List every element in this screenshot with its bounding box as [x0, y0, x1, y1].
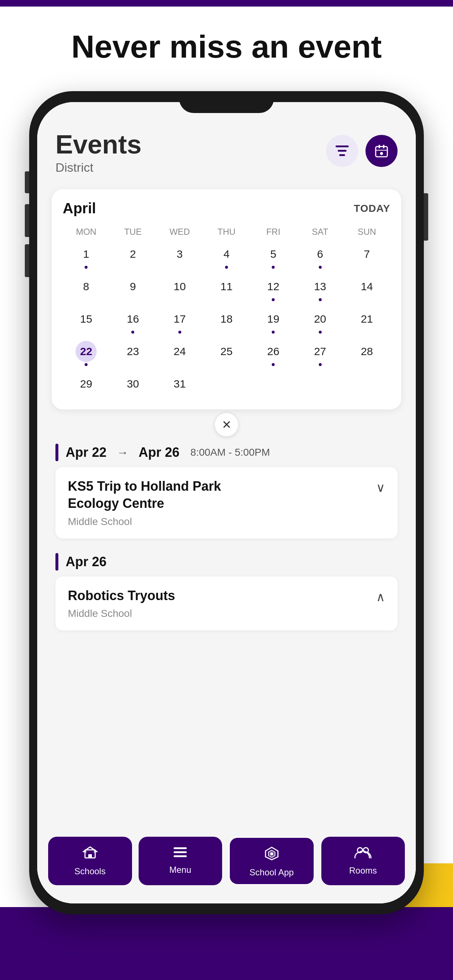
calendar-day[interactable]: 25	[203, 337, 250, 370]
calendar-day[interactable]: 11	[203, 272, 250, 305]
calendar-day[interactable]: 18	[203, 305, 250, 337]
calendar-day-dot	[319, 266, 322, 269]
phone-button-vol-up	[25, 204, 29, 237]
event-chevron[interactable]: ∨	[376, 480, 385, 495]
calendar-day[interactable]: 17	[156, 305, 203, 337]
calendar-day[interactable]: 15	[63, 305, 109, 337]
nav-btn-schools[interactable]: Schools	[48, 837, 132, 885]
nav-btn-rooms[interactable]: Rooms	[321, 837, 405, 885]
top-status-bar	[0, 0, 453, 6]
calendar-day-dot	[365, 266, 368, 269]
cal-header-sat: SAT	[297, 224, 343, 240]
calendar-day-dot	[179, 298, 181, 301]
calendar-day[interactable]: 9	[109, 272, 156, 305]
phone-notch	[179, 91, 274, 113]
nav-icon-menu	[173, 845, 187, 861]
event-chevron[interactable]: ∧	[376, 590, 385, 604]
calendar-day[interactable]: 24	[156, 337, 203, 370]
calendar-day[interactable]: 22	[63, 337, 109, 370]
calendar-day[interactable]: 21	[344, 305, 390, 337]
calendar-day-dot	[272, 331, 274, 334]
calendar-day[interactable]: 28	[344, 337, 390, 370]
svg-rect-12	[174, 847, 187, 849]
calendar-day-number: 17	[169, 309, 190, 329]
svg-rect-2	[339, 154, 345, 156]
calendar-day-number: 29	[75, 373, 97, 395]
event-card-title: Robotics Tryouts	[68, 587, 175, 605]
svg-rect-9	[88, 854, 92, 858]
calendar-day[interactable]	[297, 370, 343, 402]
calendar-toggle-button[interactable]	[365, 135, 397, 167]
event-card-title: KS5 Trip to Holland Park Ecology Centre	[68, 478, 257, 512]
calendar-day-dot	[85, 331, 88, 334]
calendar-week-row: 891011121314	[63, 272, 390, 305]
calendar-day-dot	[225, 266, 228, 269]
calendar-day[interactable]: 2	[109, 240, 156, 272]
calendar-day[interactable]: 30	[109, 370, 156, 402]
calendar-day-dot	[131, 298, 134, 301]
calendar-day-dot	[225, 396, 228, 398]
calendar-day[interactable]: 26	[250, 337, 297, 370]
calendar-day[interactable]: 7	[344, 240, 390, 272]
nav-btn-menu[interactable]: Menu	[139, 837, 222, 885]
calendar-day[interactable]	[344, 370, 390, 402]
calendar-day-number: 7	[356, 243, 378, 265]
calendar-today-button[interactable]: TODAY	[354, 203, 390, 215]
events-list: Apr 22→Apr 268:00AM - 5:00PMKS5 Trip to …	[37, 444, 416, 630]
calendar-card: April TODAY MON TUE WED THU FRI SAT SUN …	[52, 189, 401, 409]
calendar-day[interactable]: 14	[344, 272, 390, 305]
event-card-content: KS5 Trip to Holland Park Ecology CentreM…	[68, 478, 257, 528]
cal-header-fri: FRI	[250, 224, 297, 240]
calendar-day[interactable]: 27	[297, 337, 343, 370]
phone-button-vol-down	[25, 244, 29, 277]
calendar-day-dot	[179, 331, 181, 334]
calendar-day-number	[309, 373, 331, 395]
svg-rect-1	[338, 150, 346, 152]
event-time: 8:00AM - 5:00PM	[190, 447, 270, 458]
calendar-day-number: 26	[263, 341, 284, 362]
calendar-day[interactable]: 3	[156, 240, 203, 272]
calendar-day[interactable]: 12	[250, 272, 297, 305]
event-card[interactable]: KS5 Trip to Holland Park Ecology CentreM…	[56, 467, 397, 538]
cal-header-wed: WED	[156, 224, 203, 240]
nav-icon-school-app	[264, 846, 279, 864]
calendar-day[interactable]: 4	[203, 240, 250, 272]
calendar-day[interactable]	[203, 370, 250, 402]
calendar-day[interactable]: 5	[250, 240, 297, 272]
event-card[interactable]: Robotics TryoutsMiddle School∧	[56, 576, 397, 631]
calendar-day[interactable]: 29	[63, 370, 109, 402]
calendar-day[interactable]	[250, 370, 297, 402]
calendar-day-number: 20	[309, 309, 331, 329]
svg-rect-10	[84, 851, 86, 853]
calendar-day-dot	[131, 396, 134, 398]
bottom-decoration	[0, 907, 453, 980]
filter-button[interactable]	[326, 135, 358, 167]
calendar-day[interactable]: 1	[63, 240, 109, 272]
calendar-day[interactable]: 8	[63, 272, 109, 305]
calendar-day[interactable]: 16	[109, 305, 156, 337]
event-date-start: Apr 22	[65, 445, 107, 460]
calendar-day-number: 12	[263, 276, 284, 297]
calendar-day[interactable]: 23	[109, 337, 156, 370]
nav-btn-school-app[interactable]: School App	[229, 837, 315, 885]
close-calendar-button[interactable]: ✕	[215, 413, 238, 436]
calendar-day-dot	[131, 331, 134, 334]
calendar-day-dot	[85, 298, 88, 301]
calendar-day-number: 25	[216, 341, 237, 362]
calendar-day[interactable]: 31	[156, 370, 203, 402]
calendar-day[interactable]: 13	[297, 272, 343, 305]
calendar-day[interactable]: 20	[297, 305, 343, 337]
calendar-day[interactable]: 10	[156, 272, 203, 305]
calendar-day-number: 1	[75, 243, 97, 265]
calendar-day-number	[263, 373, 284, 395]
calendar-day[interactable]: 6	[297, 240, 343, 272]
calendar-day[interactable]: 19	[250, 305, 297, 337]
calendar-day-number: 24	[169, 341, 190, 362]
calendar-day-dot	[319, 298, 322, 301]
calendar-day-number: 8	[75, 276, 97, 297]
calendar-day-number: 14	[356, 276, 378, 297]
events-subtitle: District	[56, 161, 142, 175]
events-header: Events District	[37, 102, 416, 186]
svg-rect-11	[94, 851, 96, 853]
calendar-day-number: 18	[216, 309, 237, 329]
